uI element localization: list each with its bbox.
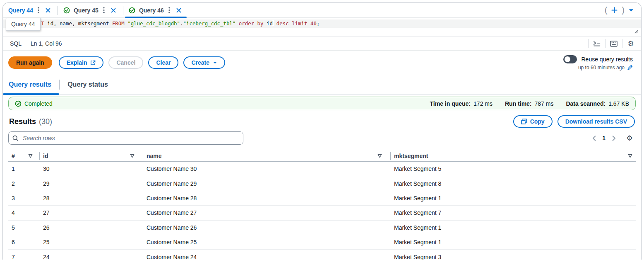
reuse-results-label: Reuse query results <box>581 56 633 63</box>
editor-settings-gear-icon[interactable]: ⚙ <box>625 39 637 49</box>
sql-token: 40 <box>310 20 317 27</box>
filter-icon[interactable] <box>28 154 33 158</box>
query-editor-card: Query 44 Query 45 Qu <box>2 2 642 260</box>
external-link-icon <box>90 60 96 66</box>
search-box[interactable] <box>8 131 243 145</box>
cell-name: Customer Name 28 <box>143 195 391 202</box>
explain-button[interactable]: Explain <box>59 56 104 69</box>
column-header-mktsegment[interactable]: mktsegment <box>391 152 636 160</box>
sql-token: FROM <box>112 20 125 27</box>
cell-id: 28 <box>40 195 143 202</box>
stat-time-in-queue: Time in queue:172 ms <box>430 100 493 107</box>
edit-pencil-icon[interactable] <box>627 65 633 70</box>
new-tab-button[interactable] <box>610 6 619 14</box>
tab-query-44[interactable]: Query 44 <box>3 3 58 18</box>
query-success-icon <box>129 7 135 14</box>
kebab-menu-icon[interactable] <box>37 7 40 14</box>
next-page-icon[interactable] <box>609 133 619 143</box>
query-stats: Time in queue:172 ms Run time:787 ms Dat… <box>430 100 629 107</box>
results-tab-bar: Query results Query status <box>3 75 641 95</box>
sql-token: limit <box>292 20 307 27</box>
cell-row-number: 5 <box>8 224 40 231</box>
cell-id: 27 <box>40 209 143 216</box>
sql-token: id, name, mktsegment <box>44 20 112 27</box>
close-tab-icon[interactable] <box>109 7 118 14</box>
table-preferences-gear-icon[interactable]: ⚙ <box>623 133 636 143</box>
cell-row-number: 1 <box>8 165 40 172</box>
sql-token <box>254 20 257 27</box>
sql-token <box>307 20 310 27</box>
sql-token: desc <box>276 20 289 27</box>
tab-list-dropdown-icon[interactable] <box>627 8 635 13</box>
kebab-menu-icon[interactable] <box>102 7 106 14</box>
tab-query-results[interactable]: Query results <box>3 75 59 95</box>
divider <box>622 39 622 48</box>
filter-icon[interactable] <box>130 154 135 158</box>
results-table-body: 1 30 Customer Name 30 Market Segment 5 2… <box>8 162 636 260</box>
cell-row-number: 4 <box>8 209 40 216</box>
cell-mktsegment: Market Segment 3 <box>391 254 636 260</box>
run-again-button[interactable]: Run again <box>8 56 52 69</box>
cell-id: 25 <box>40 239 143 245</box>
explain-label: Explain <box>67 59 87 66</box>
close-tab-icon[interactable] <box>175 7 183 14</box>
column-header-row-number[interactable]: # <box>8 152 40 160</box>
cell-name: Customer Name 29 <box>143 180 391 187</box>
search-rows-input[interactable] <box>22 134 239 142</box>
close-tab-icon[interactable] <box>44 7 52 14</box>
filter-icon[interactable] <box>628 154 632 158</box>
cell-id: 29 <box>40 180 143 187</box>
table-row: 4 27 Customer Name 27 Market Segment 7 <box>8 206 636 220</box>
column-header-id[interactable]: id <box>40 152 143 160</box>
sql-token: "iceberg_cdc_tbl" <box>183 20 236 27</box>
filter-icon[interactable] <box>377 154 382 158</box>
sql-token: id <box>264 20 273 27</box>
cell-row-number: 2 <box>8 180 40 187</box>
divider <box>621 134 621 143</box>
editor-status-icons: ⚙ <box>586 39 637 49</box>
query-success-icon <box>63 7 70 14</box>
create-button[interactable]: Create <box>183 56 225 69</box>
current-page-number[interactable]: 1 <box>602 135 606 141</box>
reuse-results-toggle[interactable] <box>563 55 577 63</box>
previous-page-icon[interactable] <box>589 133 599 143</box>
editor-tab-bar: Query 44 Query 45 Qu <box>3 3 641 18</box>
cell-name: Customer Name 24 <box>143 254 391 260</box>
sql-token: by <box>257 20 264 27</box>
sql-editor[interactable]: SELECT id, name, mktsegment FROM "glue_c… <box>3 18 641 37</box>
tab-label: Query 45 <box>74 7 99 14</box>
results-title: Results <box>9 117 36 126</box>
cell-name: Customer Name 25 <box>143 239 391 245</box>
stat-run-time: Run time:787 ms <box>505 100 553 107</box>
cursor-position-label: Ln 1, Col 96 <box>31 40 62 47</box>
sql-token <box>235 20 238 27</box>
cell-mktsegment: Market Segment 7 <box>391 209 636 216</box>
keyboard-shortcuts-icon[interactable] <box>608 39 620 49</box>
copy-icon <box>521 119 527 124</box>
column-header-name[interactable]: name <box>143 152 391 160</box>
copy-button[interactable]: Copy <box>513 115 553 128</box>
reuse-query-results-block: Reuse query results up to 60 minutes ago <box>563 55 633 70</box>
format-sql-icon[interactable] <box>591 39 603 49</box>
kebab-menu-icon[interactable] <box>168 7 171 14</box>
download-results-csv-button[interactable]: Download results CSV <box>557 115 635 128</box>
results-table-header: # id name mktsegment <box>8 150 636 162</box>
cell-mktsegment: Market Segment 1 <box>391 195 636 202</box>
cancel-button[interactable]: Cancel <box>108 56 143 69</box>
sql-token: . <box>180 20 183 27</box>
tab-query-status[interactable]: Query status <box>60 75 116 95</box>
table-row: 5 26 Customer Name 26 Market Segment 1 <box>8 221 636 235</box>
table-row: 2 29 Customer Name 29 Market Segment 8 <box>8 176 636 191</box>
cell-id: 26 <box>40 224 143 231</box>
results-count: (30) <box>39 117 52 126</box>
clear-button[interactable]: Clear <box>148 56 178 69</box>
tab-query-46[interactable]: Query 46 <box>123 3 188 18</box>
cell-row-number: 7 <box>8 254 40 260</box>
tab-tooltip: Query 44 <box>6 18 41 31</box>
status-label: Completed <box>24 100 53 107</box>
editor-status-bar: SQL Ln 1, Col 96 ⚙ <box>3 37 641 51</box>
editor-resize-handle[interactable] <box>633 28 638 35</box>
tab-query-45[interactable]: Query 45 <box>58 3 123 18</box>
sql-token: order <box>239 20 254 27</box>
reuse-results-subtext: up to 60 minutes ago <box>578 65 625 70</box>
